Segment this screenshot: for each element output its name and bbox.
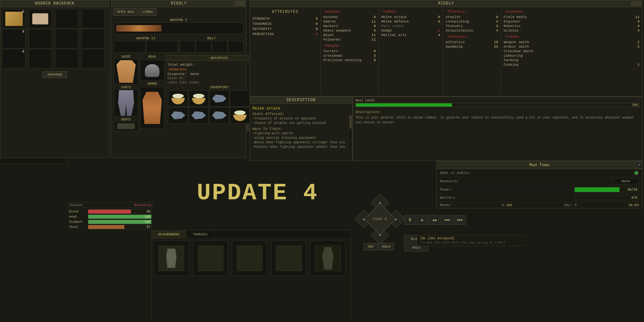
- backpack-arrange-button[interactable]: ARRANGE: [43, 71, 67, 78]
- power-row: Power: 50/28: [437, 186, 642, 194]
- faction-portrait-2[interactable]: [193, 241, 228, 276]
- town-panel-close-btn[interactable]: ×: [636, 162, 643, 169]
- riddly-minimize-btn[interactable]: −: [235, 1, 240, 6]
- lockpicking-value: 4: [496, 20, 498, 24]
- backpack-cell-8[interactable]: [81, 29, 105, 48]
- dodge-value: -1: [436, 29, 440, 33]
- cooking-label: Cooking: [504, 63, 518, 67]
- open-bag-button[interactable]: OPEN BAG: [113, 8, 137, 15]
- box-item: [5, 12, 23, 26]
- backpack-cell-4[interactable]: [81, 9, 105, 28]
- desc-scrollbar[interactable]: [349, 115, 352, 150]
- backpack-cell-6[interactable]: [29, 29, 52, 48]
- belt-slot-1[interactable]: [180, 41, 195, 52]
- chest-label: Chest: [69, 225, 87, 229]
- playback-controls: ⏸ ▶ ▶▶ ▶▶▶ ▶▶▶: [404, 215, 466, 225]
- next-level-label: Next Level: [355, 99, 639, 102]
- inv-cell-7[interactable]: [189, 107, 209, 123]
- boots-slot[interactable]: [114, 121, 138, 131]
- play-btn[interactable]: ▶: [417, 215, 428, 225]
- attr-minimize-btn[interactable]: −: [631, 1, 636, 6]
- inv-cell-1[interactable]: [168, 90, 188, 107]
- research-value[interactable]: None: [613, 178, 639, 184]
- backpack-cell-10[interactable]: [29, 49, 52, 68]
- inv-cell-2[interactable]: [189, 90, 209, 107]
- skill-melee-defence: Melee defence 6: [381, 19, 440, 24]
- open-control: [634, 170, 639, 175]
- mass-combat-label: Mass combat: [381, 24, 405, 28]
- pause-btn[interactable]: ⏸: [404, 215, 416, 225]
- stomach-value: 100: [145, 220, 150, 224]
- extra-fwd-btn[interactable]: ▶▶▶: [454, 215, 466, 225]
- fast-fwd-btn[interactable]: ▶▶: [429, 215, 441, 225]
- backpack-cell-11[interactable]: [55, 49, 78, 68]
- backpack-cell-12[interactable]: [81, 49, 105, 68]
- skill-lockpicking: Lockpicking 4: [446, 19, 498, 24]
- attributes-skills-panel: RIDDLY − × ATTRIBUTES STRENGTH 5 TOUGHNE…: [250, 0, 642, 97]
- belt-slot-4[interactable]: [228, 41, 243, 52]
- open-toggle[interactable]: [634, 170, 639, 175]
- blood-bar-row: Blood 68: [68, 209, 153, 214]
- faction-portrait-5[interactable]: [310, 241, 346, 276]
- perception-value: -3: [314, 32, 318, 36]
- turrets-label: Turrets: [323, 49, 338, 53]
- sciences-section: -Sciences- Field medic 11 Engineer 4 Rob…: [501, 7, 642, 95]
- tab-scavengers[interactable]: SCAVENGERS: [152, 231, 186, 238]
- health-section: Status: Bleeding Blood 68 Head 100 Stoma…: [68, 202, 153, 230]
- belt-slot-2[interactable]: [196, 41, 211, 52]
- head-fill: [88, 215, 151, 219]
- attributes-section: ATTRIBUTES STRENGTH 5 TOUGHNESS 9 DEXTER…: [250, 7, 321, 95]
- polearms-label: Polearms: [323, 38, 340, 42]
- skill-name-title: Melee attack: [252, 106, 350, 111]
- faction-portrait-3[interactable]: [232, 241, 267, 276]
- riddly-close-btn[interactable]: ×: [240, 1, 245, 6]
- melee-defence-value: 6: [438, 20, 440, 24]
- belt-slot-3[interactable]: [212, 41, 227, 52]
- backpack-cell-3[interactable]: [55, 9, 78, 28]
- perception-label: PERCEPTION: [252, 32, 274, 36]
- backpack-cell-9[interactable]: 9: [2, 49, 25, 68]
- faster-fwd-btn[interactable]: ▶▶▶: [442, 215, 453, 225]
- attributes-title: ATTRIBUTES: [252, 10, 318, 14]
- skill-precision: Precision shooting 9: [323, 58, 376, 62]
- inv-cell-6[interactable]: [168, 107, 188, 123]
- weight-label: Total Weight:: [167, 63, 195, 67]
- portrait-silhouette-5: [320, 247, 336, 270]
- armour-smith-value: 2: [637, 45, 639, 49]
- pants-slot[interactable]: [114, 89, 138, 117]
- weapon2-slot-1[interactable]: [114, 41, 146, 52]
- skill-description-panel: Next Level 34% Description: This is your…: [353, 97, 642, 161]
- faction-portrait-4[interactable]: [271, 241, 307, 276]
- power-label: Power:: [440, 188, 453, 192]
- desc-content: Melee attack Stats Affected: -Frequency …: [250, 104, 352, 152]
- backpack-cell-7[interactable]: [55, 29, 78, 48]
- hold-button[interactable]: HOLD: [378, 243, 394, 250]
- weapon2-slot-2[interactable]: [146, 41, 178, 52]
- faction-portrait-inner-4: [276, 245, 302, 271]
- inv-cell-8[interactable]: [209, 107, 229, 123]
- faction-portrait-1[interactable]: [154, 241, 189, 276]
- backpack-cell-1[interactable]: 6: [2, 9, 25, 28]
- limbs-button[interactable]: LIMBS: [139, 8, 156, 15]
- shirt-slot[interactable]: [114, 59, 138, 84]
- weapon1-slot[interactable]: [114, 23, 243, 34]
- tab-townies[interactable]: TOWNIES: [186, 231, 214, 238]
- desc-header: DESCRIPTION: [250, 97, 352, 104]
- inv-cell-9[interactable]: [230, 107, 250, 123]
- dodge-label: Dodge: [381, 29, 392, 33]
- armor-slot[interactable]: [140, 87, 164, 129]
- skill-desc-content: Description: This is your general skill …: [353, 108, 642, 128]
- weapons-title: -Weapons-: [323, 10, 376, 14]
- head-slot[interactable]: [140, 60, 164, 81]
- fish-1: [212, 95, 227, 103]
- inv-button[interactable]: INV: [364, 243, 377, 250]
- backpack-cell-5[interactable]: 9: [2, 29, 25, 48]
- crossbows-value: 3: [374, 54, 376, 58]
- money-value: c.101: [502, 203, 513, 207]
- inv-cell-4[interactable]: [230, 90, 250, 107]
- martial-arts-label: Martial arts: [381, 33, 407, 37]
- chest-bar: 57: [88, 225, 152, 229]
- attr-close-btn[interactable]: ×: [636, 1, 641, 6]
- inv-cell-3[interactable]: [209, 90, 229, 107]
- backpack-cell-2[interactable]: [29, 9, 52, 28]
